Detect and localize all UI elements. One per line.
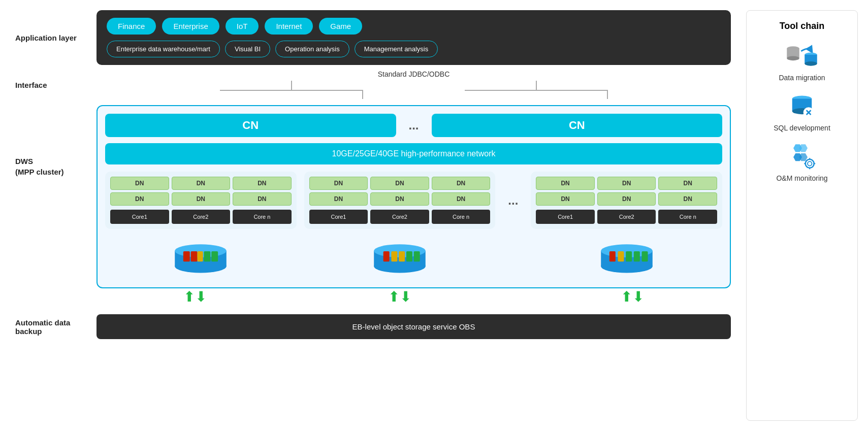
sql-development-label: SQL development <box>774 124 830 132</box>
internet-btn[interactable]: Internet <box>265 18 313 35</box>
dn-cluster-2: DN DN DN DN DN DN Core1 Core2 Core n <box>304 172 496 229</box>
disk-svg-1 <box>170 234 231 275</box>
sql-development-icon <box>784 92 820 120</box>
dn-box: DN <box>597 177 656 190</box>
svg-rect-22 <box>634 251 640 261</box>
svg-rect-15 <box>414 251 420 261</box>
solution-edw[interactable]: Enterprise data warehouse/mart <box>107 41 220 57</box>
dn-box: DN <box>110 177 169 190</box>
core-box-2c: Core2 <box>597 210 656 224</box>
backup-layer-content: EB-level object storage service OBS <box>97 314 731 339</box>
dn-cluster-1: DN DN DN DN DN DN Core1 Core2 Core n <box>105 172 297 229</box>
main-content: Application layer Finance Enterprise IoT… <box>0 0 746 431</box>
data-migration-label: Data migration <box>779 74 825 82</box>
disk-svg-3 <box>596 234 657 275</box>
dn-box: DN <box>658 192 717 206</box>
cn-row: CN ... CN <box>105 114 722 137</box>
svg-point-29 <box>805 61 817 66</box>
dn-box: DN <box>309 177 368 190</box>
dws-layer-content: CN ... CN 10GE/25GE/40GE high-performanc… <box>97 105 731 309</box>
game-btn[interactable]: Game <box>319 18 362 35</box>
svg-rect-7 <box>212 251 218 261</box>
svg-rect-3 <box>183 251 190 261</box>
interface-layer-content: Standard JDBC/ODBC <box>97 70 731 100</box>
svg-rect-11 <box>383 251 390 261</box>
dws-outer-box: CN ... CN 10GE/25GE/40GE high-performanc… <box>97 105 731 288</box>
interface-layer-label: Interface <box>15 81 97 89</box>
solution-op[interactable]: Operation analysis <box>275 41 349 57</box>
dn-box: DN <box>233 177 292 190</box>
obs-bar: EB-level object storage service OBS <box>97 314 731 339</box>
dn-box: DN <box>536 177 595 190</box>
cn-bar-right: CN <box>432 114 723 137</box>
core-box-2: Core2 <box>172 210 231 224</box>
solution-bi[interactable]: Visual BI <box>225 41 270 57</box>
disk-2 <box>304 234 496 275</box>
dn-grid-2-top: DN DN DN DN DN DN <box>309 177 491 206</box>
iot-btn[interactable]: IoT <box>226 18 259 35</box>
interface-layer-row: Interface Standard JDBC/ODBC <box>15 70 731 100</box>
v-connector-top2 <box>536 81 537 90</box>
svg-rect-19 <box>609 251 616 261</box>
arrow-1: ⬆⬇ <box>97 288 294 305</box>
om-monitoring-label: O&M monitoring <box>776 174 827 182</box>
core-box-n: Core n <box>233 210 292 224</box>
backup-layer-row: Automatic data backup EB-level object st… <box>15 314 731 339</box>
disk-svg-2 <box>369 234 430 275</box>
solution-mgmt[interactable]: Management analysis <box>355 41 438 57</box>
dn-box: DN <box>597 192 656 206</box>
app-solutions-row: Enterprise data warehouse/mart Visual BI… <box>107 41 721 57</box>
backup-layer-label: Automatic data backup <box>15 318 97 336</box>
disk-1 <box>105 234 297 275</box>
core-row-1: Core1 Core2 Core n <box>110 210 292 224</box>
dn-box: DN <box>233 192 292 206</box>
storage-row <box>105 234 722 275</box>
disk-3 <box>531 234 722 275</box>
dn-grid-1-top: DN DN DN DN DN DN <box>110 177 292 206</box>
dn-box: DN <box>110 192 169 206</box>
cn-bar-left: CN <box>105 114 396 137</box>
tool-data-migration: Data migration <box>779 42 825 82</box>
dws-layer-label: DWS (MPP cluster) <box>15 105 97 177</box>
dn-box: DN <box>172 192 231 206</box>
core-box-1: Core1 <box>110 210 169 224</box>
enterprise-btn[interactable]: Enterprise <box>162 18 219 35</box>
core-box-1c: Core1 <box>536 210 595 224</box>
v-connector-top <box>291 81 292 90</box>
green-arrow-3: ⬆⬇ <box>621 288 644 305</box>
core-box-2b: Core2 <box>370 210 429 224</box>
dn-box: DN <box>172 177 231 190</box>
toolchain-panel: Tool chain Data migration <box>746 10 858 421</box>
h-connector-left <box>220 90 362 91</box>
h-connector-right <box>465 90 607 91</box>
cluster-dots: ... <box>503 193 523 208</box>
svg-rect-14 <box>406 251 412 261</box>
arrow-3: ⬆⬇ <box>534 288 731 305</box>
svg-rect-6 <box>204 251 211 261</box>
arrow-2: ⬆⬇ <box>301 288 498 305</box>
network-bar: 10GE/25GE/40GE high-performance network <box>105 143 722 164</box>
tool-sql-development: SQL development <box>774 92 830 132</box>
dn-box: DN <box>536 192 595 206</box>
core-box-nb: Core n <box>432 210 491 224</box>
application-layer-row: Application layer Finance Enterprise IoT… <box>15 10 731 65</box>
svg-rect-4 <box>191 251 198 261</box>
core-box-nc: Core n <box>658 210 717 224</box>
dn-box: DN <box>658 177 717 190</box>
jdbc-label: Standard JDBC/ODBC <box>97 70 731 78</box>
dn-box: DN <box>370 177 429 190</box>
dn-box: DN <box>432 177 491 190</box>
dn-box: DN <box>370 192 429 206</box>
svg-rect-21 <box>626 251 632 261</box>
svg-rect-20 <box>618 251 624 261</box>
v-connector-right <box>607 90 608 99</box>
tool-om-monitoring: O&M monitoring <box>776 142 827 182</box>
green-arrow-1: ⬆⬇ <box>183 288 207 305</box>
green-arrow-2: ⬆⬇ <box>388 288 411 305</box>
core-box-1b: Core1 <box>309 210 368 224</box>
finance-btn[interactable]: Finance <box>107 18 156 35</box>
svg-rect-12 <box>391 251 397 261</box>
data-migration-icon <box>784 42 820 70</box>
svg-rect-23 <box>641 251 648 261</box>
application-layer-label: Application layer <box>15 34 97 42</box>
